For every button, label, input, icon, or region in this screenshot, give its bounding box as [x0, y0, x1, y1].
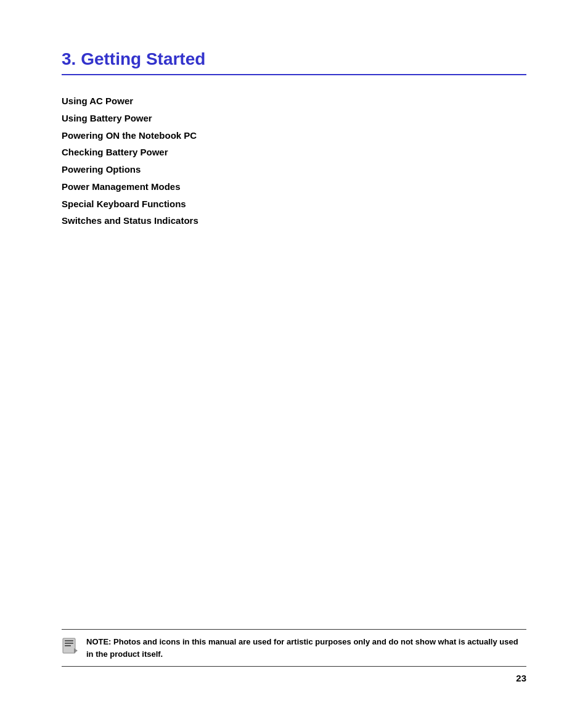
note-text: NOTE: Photos and icons in this manual ar…	[86, 636, 526, 660]
toc-item-4: Powering Options	[62, 161, 526, 178]
toc-item-3: Checking Battery Power	[62, 144, 526, 161]
page-number-row: 23	[62, 667, 526, 683]
toc-item-0: Using AC Power	[62, 93, 526, 110]
svg-rect-1	[65, 640, 73, 641]
page-number: 23	[516, 673, 526, 683]
toc-item-6: Special Keyboard Functions	[62, 196, 526, 213]
svg-marker-4	[74, 648, 78, 653]
toc-item-7: Switches and Status Indicators	[62, 212, 526, 229]
note-icon	[62, 637, 79, 654]
chapter-title: 3. Getting Started	[62, 49, 526, 69]
toc-item-5: Power Management Modes	[62, 178, 526, 196]
footer-area: NOTE: Photos and icons in this manual ar…	[0, 629, 588, 708]
svg-rect-3	[65, 645, 71, 646]
toc-item-1: Using Battery Power	[62, 110, 526, 127]
page-container: 3. Getting Started Using AC PowerUsing B…	[0, 0, 588, 708]
title-divider	[62, 74, 526, 75]
svg-rect-2	[65, 643, 73, 644]
toc-item-2: Powering ON the Notebook PC	[62, 127, 526, 144]
note-box: NOTE: Photos and icons in this manual ar…	[62, 630, 526, 667]
toc-list: Using AC PowerUsing Battery PowerPowerin…	[62, 93, 526, 229]
